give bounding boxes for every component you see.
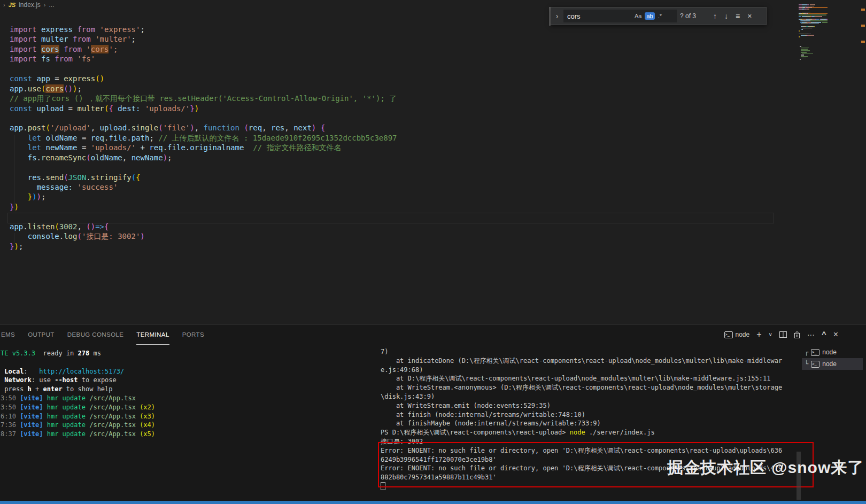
terminal-line: TE v5.3.3 ready in 278 ms: [1, 349, 375, 358]
code-line: import express from 'express';: [10, 25, 397, 34]
terminal-tab-label: node: [822, 348, 837, 356]
code-line: message: 'success': [10, 182, 397, 192]
code-line: let newName = 'uploads/' + req.file.orig…: [10, 143, 397, 152]
terminal-tabs-list: ┌node└node: [802, 346, 863, 370]
terminal-line: PS D:\程序相关\调试\react-components\react-upl…: [381, 428, 795, 437]
overview-ruler: [860, 0, 866, 321]
terminal-line: at D:\程序相关\调试\react-components\react-upl…: [381, 374, 795, 383]
panel-tab-output[interactable]: OUTPUT: [28, 325, 55, 344]
terminal-line: 7:36 [vite] hmr update /src/App.tsx (x4): [1, 421, 375, 430]
code-line: const app = express(): [10, 74, 397, 83]
split-branch-glyph: └: [805, 360, 808, 368]
regex-icon[interactable]: .*: [656, 12, 663, 20]
minimap-lines: [799, 4, 828, 60]
search-input[interactable]: [566, 12, 631, 21]
code-line: import multer from 'multer';: [10, 34, 397, 44]
find-widget: › Aa ab .* ? of 3 ↑ ↓ ≡ ×: [551, 7, 767, 25]
terminal-tab-node[interactable]: └node: [802, 358, 863, 370]
kill-terminal-button[interactable]: [794, 331, 800, 338]
terminal-line: e.js:49:68): [381, 366, 795, 375]
terminal-line: 3:50 [vite] hmr update /src/App.tsx (x2): [1, 403, 375, 412]
code-line: import cors from 'cors';: [10, 44, 397, 54]
chevron-right-icon: ›: [44, 2, 46, 8]
watermark: 掘金技术社区 @snow来了: [667, 457, 864, 479]
new-terminal-button[interactable]: +: [756, 325, 761, 344]
terminal-profile-select[interactable]: node: [724, 331, 750, 338]
code-line: [10, 113, 397, 123]
panel-tab-debug-console[interactable]: DEBUG CONSOLE: [67, 325, 124, 344]
terminal-icon: [811, 361, 819, 368]
terminal-line: 8:37 [vite] hmr update /src/App.tsx (x5): [1, 430, 375, 439]
status-bar: [0, 501, 866, 504]
chevron-right-icon[interactable]: ›: [3, 2, 5, 8]
toggle-replace-icon[interactable]: ›: [554, 12, 560, 20]
split-terminal-button[interactable]: [779, 331, 787, 338]
panel-tab-terminal[interactable]: TERMINAL: [136, 325, 169, 345]
code-line: });: [10, 242, 397, 251]
js-file-icon: JS: [9, 2, 16, 8]
terminal-line: press h + enter to show help: [1, 385, 375, 394]
code-line: app.post('/upload', upload.single('file'…: [10, 123, 397, 133]
minimap[interactable]: [799, 4, 828, 60]
breadcrumb-more[interactable]: ...: [49, 1, 55, 9]
terminal-line: [1, 358, 375, 367]
terminal-tab-label: node: [822, 360, 837, 368]
terminal-line: Network: use --host to expose: [1, 376, 375, 385]
code-line: }));: [10, 192, 397, 201]
code-line: }): [10, 202, 397, 212]
close-icon[interactable]: ×: [745, 12, 754, 20]
current-line-highlight: [7, 213, 774, 223]
maximize-panel-icon[interactable]: ^: [822, 325, 826, 344]
search-match-ruler-mark: [861, 25, 865, 27]
code-line: [10, 64, 397, 74]
breadcrumb-file[interactable]: index.js: [19, 1, 41, 9]
next-match-icon[interactable]: ↓: [722, 12, 730, 20]
terminal-line: 3:50 [vite] hmr update /src/App.tsx: [1, 394, 375, 403]
close-panel-icon[interactable]: ×: [833, 325, 838, 344]
launch-profile-chevron-icon[interactable]: ∨: [769, 325, 772, 344]
code-line: app.use(cors());: [10, 84, 397, 94]
terminal-line: at finish (node:internal/streams/writabl…: [381, 410, 795, 420]
find-results-count: ? of 3: [680, 12, 708, 20]
whole-word-icon[interactable]: ab: [645, 12, 654, 20]
search-match-ruler-mark: [861, 9, 865, 11]
code-line: import fs from 'fs': [10, 54, 397, 64]
split-branch-glyph: ┌: [805, 348, 808, 356]
indent-guide: [14, 135, 14, 210]
code-line: fs.renameSync(oldName, newName);: [10, 153, 397, 162]
panel-actions: node + ∨ ··· ^ ×: [724, 325, 838, 344]
terminal-line: \disk.js:43:9): [381, 392, 795, 401]
terminal-icon: [724, 331, 733, 338]
terminal-pane-vite[interactable]: TE v5.3.3 ready in 278 ms Local: http://…: [1, 349, 375, 439]
match-case-icon[interactable]: Aa: [633, 12, 643, 20]
code-line: res.send(JSON.stringify({: [10, 173, 397, 182]
panel-tab-ports[interactable]: PORTS: [182, 325, 204, 344]
code-line: const upload = multer({ dest: 'uploads/'…: [10, 104, 397, 113]
terminal-line: at WriteStream.<anonymous> (D:\程序相关\调试\r…: [381, 383, 795, 392]
more-actions-icon[interactable]: ···: [807, 325, 815, 344]
code-line: [10, 162, 397, 172]
find-in-selection-icon[interactable]: ≡: [733, 12, 742, 20]
code-line: console.log('接口是: 3002'): [10, 231, 397, 241]
previous-match-icon[interactable]: ↑: [711, 12, 719, 20]
terminal-tab-node[interactable]: ┌node: [802, 346, 863, 358]
code-line: let oldName = req.file.path; // 上传后默认的文件…: [10, 133, 397, 143]
indent-guide: [14, 233, 14, 243]
find-input-wrap: Aa ab .*: [563, 10, 677, 22]
breadcrumb: › JS index.js › ...: [3, 0, 55, 10]
terminal-line: Local: http://localhost:5173/: [1, 367, 375, 376]
terminal-profile-label: node: [736, 331, 750, 338]
search-match-ruler-mark: [861, 41, 865, 43]
terminal-line: at finishMaybe (node:internal/streams/wr…: [381, 419, 795, 428]
terminal-line: 6:10 [vite] hmr update /src/App.tsx (x3): [1, 412, 375, 421]
panel-tab-ems[interactable]: EMS: [1, 325, 15, 344]
code-line: // app用了cors () ，就不用每个接口带 res.setHeader(…: [10, 94, 397, 103]
terminal-line: 7): [381, 347, 795, 356]
terminal-icon: [811, 349, 819, 356]
terminal-line: at indicateDone (D:\程序相关\调试\react-compon…: [381, 356, 795, 366]
terminal-line: at WriteStream.emit (node:events:529:35): [381, 401, 795, 410]
